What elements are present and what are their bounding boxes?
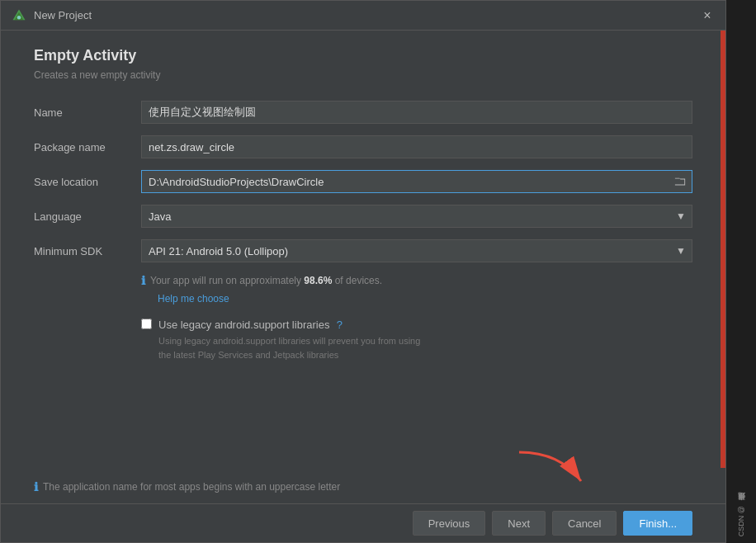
package-name-row: Package name (34, 135, 692, 158)
package-name-input[interactable] (141, 135, 692, 158)
coverage-info-row: ℹ Your app will run on approximately 98.… (141, 274, 692, 287)
language-row: Language Java Kotlin ▼ (34, 205, 692, 228)
legacy-checkbox-label: Use legacy android.support libraries (158, 319, 329, 331)
bottom-info-bar: ℹ The application name for most apps beg… (1, 470, 725, 503)
coverage-text: Your app will run on approximately 98.6%… (150, 275, 382, 286)
legacy-checkbox-row: Use legacy android.support libraries ? U… (141, 317, 692, 361)
save-location-row: Save location (34, 170, 692, 193)
title-bar: New Project × (1, 1, 725, 31)
footer-bar: Previous Next Cancel Finish... (1, 503, 725, 542)
info-icon: ℹ (141, 274, 145, 287)
help-me-choose-link[interactable]: Help me choose (158, 293, 229, 305)
red-accent-bar (721, 31, 725, 468)
minimum-sdk-select[interactable]: API 21: Android 5.0 (Lollipop) API 26: A… (141, 239, 692, 262)
section-subtitle: Creates a new empty activity (34, 69, 692, 81)
close-button[interactable]: × (699, 7, 716, 24)
svg-point-2 (17, 16, 21, 20)
save-location-field (141, 170, 692, 193)
name-input[interactable] (141, 101, 692, 124)
legacy-checkbox-content: Use legacy android.support libraries ? U… (158, 317, 420, 361)
name-label: Name (34, 106, 141, 119)
next-button[interactable]: Next (492, 511, 546, 536)
minimum-sdk-select-wrapper: API 21: Android 5.0 (Lollipop) API 26: A… (141, 239, 692, 262)
sdk-info-block: ℹ Your app will run on approximately 98.… (141, 274, 692, 305)
coverage-percentage: 98.6% (304, 275, 332, 286)
cancel-button[interactable]: Cancel (552, 511, 617, 536)
csdn-sidebar: CSDN @越来越不懂！ (726, 0, 756, 543)
folder-button[interactable] (668, 170, 692, 193)
language-label: Language (34, 210, 141, 223)
content-area: Empty Activity Creates a new empty activ… (1, 31, 725, 470)
finish-button[interactable]: Finish... (623, 511, 692, 536)
dialog: New Project × Empty Activity Creates a n… (0, 0, 726, 543)
language-select[interactable]: Java Kotlin (141, 205, 692, 228)
csdn-watermark: CSDN @越来越不懂！ (736, 498, 747, 536)
save-location-input[interactable] (141, 170, 668, 193)
android-studio-icon (11, 7, 27, 24)
legacy-checkbox-help-icon[interactable]: ? (337, 319, 343, 331)
name-row: Name (34, 101, 692, 124)
language-select-wrapper: Java Kotlin ▼ (141, 205, 692, 228)
dialog-title: New Project (34, 9, 699, 21)
save-location-label: Save location (34, 176, 141, 188)
legacy-checkbox-label-row: Use legacy android.support libraries ? (158, 317, 420, 332)
minimum-sdk-row: Minimum SDK API 21: Android 5.0 (Lollipo… (34, 239, 692, 262)
section-title: Empty Activity (34, 47, 692, 64)
bottom-info-text: The application name for most apps begin… (43, 481, 340, 493)
legacy-checkbox-description: Using legacy android.support libraries w… (158, 334, 420, 361)
previous-button[interactable]: Previous (413, 511, 486, 536)
legacy-checkbox[interactable] (141, 319, 152, 329)
package-name-label: Package name (34, 141, 141, 153)
minimum-sdk-label: Minimum SDK (34, 245, 141, 257)
bottom-info-icon: ℹ (34, 480, 38, 493)
